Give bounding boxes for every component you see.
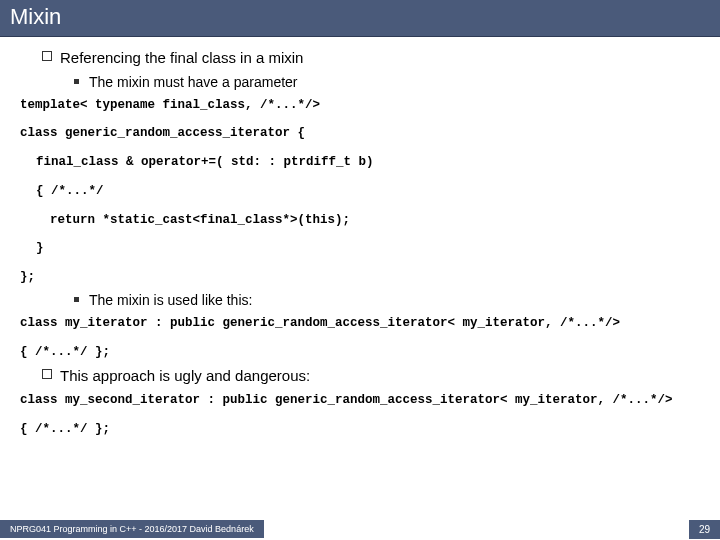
bullet-level2: The mixin is used like this: (18, 290, 702, 311)
sub-bullet-text: The mixin must have a parameter (89, 72, 298, 93)
bullet-text: Referencing the final class in a mixin (60, 47, 303, 70)
code-line: class my_second_iterator : public generi… (18, 391, 702, 410)
code-line: class generic_random_access_iterator { (18, 124, 702, 143)
slide-title: Mixin (10, 4, 710, 30)
square-bullet-icon (74, 297, 79, 302)
code-line: }; (18, 268, 702, 287)
footer-page-number: 29 (689, 520, 720, 539)
square-bullet-icon (74, 79, 79, 84)
code-line: return *static_cast<final_class*>(this); (18, 211, 702, 230)
bullet-text: This approach is ugly and dangerous: (60, 365, 310, 388)
code-line: final_class & operator+=( std: : ptrdiff… (18, 153, 702, 172)
bullet-level1: This approach is ugly and dangerous: (18, 365, 702, 388)
sub-bullet-text: The mixin is used like this: (89, 290, 252, 311)
code-line: { /*...*/ }; (18, 420, 702, 439)
slide-title-bar: Mixin (0, 0, 720, 37)
bullet-level2: The mixin must have a parameter (18, 72, 702, 93)
slide-footer: NPRG041 Programming in C++ - 2016/2017 D… (0, 518, 720, 540)
checkbox-icon (42, 51, 52, 61)
code-line: template< typename final_class, /*...*/> (18, 96, 702, 115)
code-line: class my_iterator : public generic_rando… (18, 314, 702, 333)
code-line: { /*...*/ (18, 182, 702, 201)
bullet-level1: Referencing the final class in a mixin (18, 47, 702, 70)
slide-body: Referencing the final class in a mixin T… (0, 37, 720, 518)
checkbox-icon (42, 369, 52, 379)
code-line: { /*...*/ }; (18, 343, 702, 362)
footer-left-text: NPRG041 Programming in C++ - 2016/2017 D… (0, 520, 264, 538)
code-line: } (18, 239, 702, 258)
